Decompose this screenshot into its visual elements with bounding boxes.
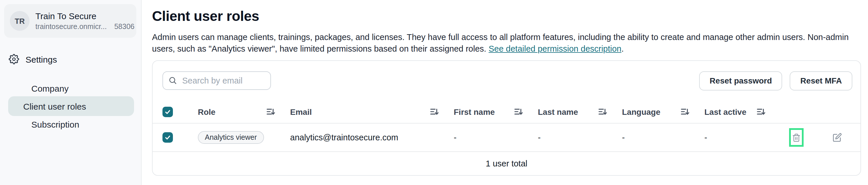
page-title: Client user roles	[152, 8, 861, 24]
page-description: Admin users can manage clients, training…	[152, 31, 852, 55]
sidebar-item-client-user-roles[interactable]: Client user roles	[8, 96, 134, 116]
gear-icon	[9, 54, 19, 64]
column-header-first-name[interactable]: First name	[454, 107, 538, 116]
search-box	[162, 71, 271, 90]
edit-icon[interactable]	[833, 133, 842, 142]
reset-mfa-button[interactable]: Reset MFA	[790, 71, 852, 90]
table-row: Analytics viewer analytics@traintosecure…	[153, 124, 861, 152]
sort-icon[interactable]	[266, 107, 275, 116]
row-actions	[780, 128, 861, 147]
sidebar-nav: Company Client user roles Subscription	[0, 80, 141, 132]
last-name-cell: -	[538, 133, 622, 142]
email-cell: analytics@traintosecure.com	[290, 133, 454, 142]
description-period: .	[621, 44, 624, 53]
column-header-last-name[interactable]: Last name	[538, 107, 622, 116]
first-name-cell: -	[454, 133, 538, 142]
sort-icon[interactable]	[681, 107, 689, 116]
users-card: Reset password Reset MFA Role Email	[152, 60, 861, 176]
table-footer: 1 user total	[153, 152, 861, 175]
org-id: 58306	[114, 23, 134, 31]
app-window: TR Train To Secure traintosecure.onmicr.…	[0, 0, 868, 185]
language-cell: -	[622, 133, 704, 142]
sort-icon[interactable]	[514, 107, 523, 116]
search-input[interactable]	[162, 71, 271, 90]
org-initials: TR	[15, 17, 25, 25]
table-toolbar: Reset password Reset MFA	[153, 61, 861, 100]
permission-description-link[interactable]: See detailed permission description	[489, 44, 621, 53]
org-switcher[interactable]: TR Train To Secure traintosecure.onmicr.…	[4, 4, 136, 38]
org-domain: traintosecure.onmicr...	[35, 23, 107, 31]
sort-icon[interactable]	[430, 107, 439, 116]
table-header-row: Role Email First name Last name Language	[153, 100, 861, 124]
org-avatar: TR	[10, 11, 30, 31]
role-badge: Analytics viewer	[198, 131, 264, 144]
main-content: Client user roles Admin users can manage…	[142, 0, 868, 185]
column-header-email[interactable]: Email	[290, 107, 454, 116]
sidebar-item-subscription[interactable]: Subscription	[8, 116, 134, 132]
last-active-cell: -	[704, 133, 780, 142]
sidebar: TR Train To Secure traintosecure.onmicr.…	[0, 0, 142, 185]
org-meta: Train To Secure traintosecure.onmicr... …	[35, 11, 130, 31]
column-header-language[interactable]: Language	[622, 107, 704, 116]
select-all-checkbox[interactable]	[162, 106, 173, 117]
sidebar-item-company[interactable]: Company	[8, 80, 134, 96]
column-header-role[interactable]: Role	[198, 107, 290, 116]
sort-icon[interactable]	[756, 107, 765, 116]
sidebar-section-label: Settings	[26, 54, 57, 64]
trash-icon[interactable]	[792, 133, 801, 142]
delete-highlight-box	[789, 128, 804, 147]
org-name: Train To Secure	[35, 11, 130, 21]
toolbar-buttons: Reset password Reset MFA	[699, 71, 852, 90]
column-header-last-active[interactable]: Last active	[704, 107, 780, 116]
sidebar-section-settings[interactable]: Settings	[0, 52, 141, 66]
user-total-label: 1 user total	[486, 159, 527, 168]
reset-password-button[interactable]: Reset password	[699, 71, 782, 90]
role-cell: Analytics viewer	[198, 131, 290, 144]
row-checkbox[interactable]	[162, 132, 173, 143]
sort-icon[interactable]	[598, 107, 607, 116]
